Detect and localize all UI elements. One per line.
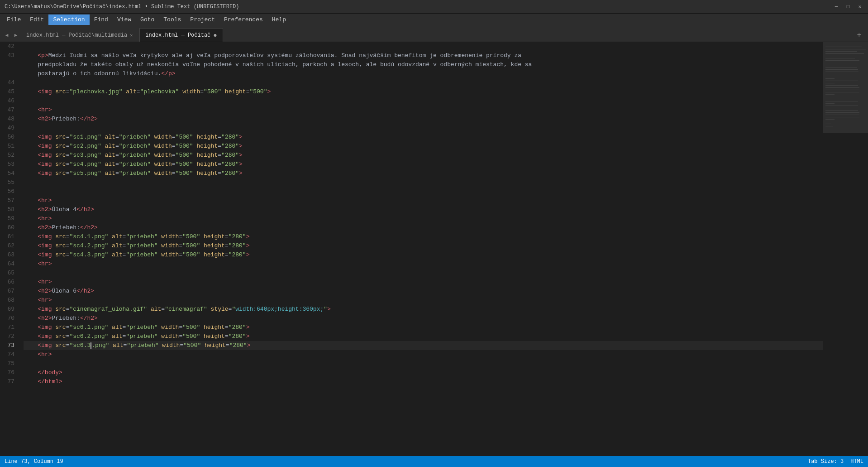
- tab-1-close[interactable]: ✕: [130, 33, 133, 38]
- code-line-54: <img src="sc5.png" alt="priebeh" width="…: [24, 169, 823, 178]
- tab-nav-next[interactable]: ▶: [11, 28, 20, 42]
- code-area[interactable]: <p>Medzi ľudmi sa našlo veľa krytykov al…: [19, 42, 823, 456]
- line-num-77: 77: [2, 377, 14, 386]
- line-num-45: 45: [2, 87, 14, 96]
- code-line-64: <hr>: [24, 260, 823, 269]
- code-line-46: [24, 96, 823, 106]
- line-num-51: 51: [2, 142, 14, 151]
- code-line-69: <img src="cinemagraf_uloha.gif" alt="cin…: [24, 305, 823, 314]
- code-line-52: <img src="sc3.png" alt="priebeh" width="…: [24, 151, 823, 160]
- svg-rect-8: [825, 65, 853, 65]
- svg-rect-10: [825, 69, 858, 70]
- code-line-44: [24, 78, 823, 87]
- tab-size[interactable]: Tab Size: 3: [808, 458, 844, 465]
- svg-rect-5: [825, 53, 864, 54]
- line-num-61: 61: [2, 232, 14, 241]
- line-num-72: 72: [2, 332, 14, 341]
- line-num-75: 75: [2, 359, 14, 368]
- svg-rect-22: [825, 101, 858, 101]
- line-num-46: 46: [2, 96, 14, 106]
- cursor-position: Line 73, Column 19: [5, 458, 63, 465]
- svg-rect-25: [825, 108, 866, 108]
- svg-rect-24: [825, 106, 858, 106]
- code-line-67: <h2>Úloha 6</h2>: [24, 287, 823, 296]
- line-num-62: 62: [2, 241, 14, 250]
- tab-2-dirty: ●: [213, 32, 217, 39]
- line-num-52: 52: [2, 151, 14, 160]
- file-encoding[interactable]: HTML: [850, 458, 863, 465]
- line-numbers: 42 43 44 45 46 47 48 49 50 51 52 53 54 5…: [0, 42, 19, 456]
- line-num-48: 48: [2, 115, 14, 124]
- svg-rect-27: [825, 112, 859, 113]
- maximize-button[interactable]: □: [844, 3, 852, 10]
- code-line-53: <img src="sc4.png" alt="priebeh" width="…: [24, 160, 823, 169]
- close-button[interactable]: ✕: [856, 3, 863, 10]
- line-num-66: 66: [2, 278, 14, 287]
- code-line-49: [24, 124, 823, 133]
- svg-rect-3: [825, 49, 866, 49]
- menu-project[interactable]: Project: [186, 14, 219, 25]
- line-num-50: 50: [2, 133, 14, 142]
- svg-rect-21: [825, 99, 835, 99]
- code-line-43b: predpokladu že takéto obaly už neskončia…: [24, 60, 823, 69]
- svg-rect-23: [825, 103, 835, 104]
- line-num-74: 74: [2, 350, 14, 359]
- svg-rect-18: [825, 90, 859, 90]
- svg-rect-4: [825, 51, 857, 52]
- menu-find[interactable]: Find: [90, 14, 113, 25]
- menu-tools[interactable]: Tools: [159, 14, 186, 25]
- menu-preferences[interactable]: Preferences: [219, 14, 267, 25]
- line-num-64: 64: [2, 260, 14, 269]
- line-num-58: 58: [2, 205, 14, 214]
- line-num-76: 76: [2, 368, 14, 377]
- tab-1[interactable]: index.html — Počítač\multimedia ✕: [20, 28, 138, 42]
- minimap[interactable]: [823, 42, 868, 456]
- line-num-54: 54: [2, 169, 14, 178]
- tab-nav-prev[interactable]: ◀: [2, 28, 11, 42]
- line-num-44: 44: [2, 78, 14, 87]
- code-line-65: [24, 269, 823, 278]
- code-line-58: <h2>Úloha 4</h2>: [24, 205, 823, 214]
- menu-help[interactable]: Help: [267, 14, 291, 25]
- svg-rect-6: [825, 58, 855, 58]
- code-line-66: <hr>: [24, 278, 823, 287]
- line-num-65: 65: [2, 269, 14, 278]
- svg-rect-15: [825, 83, 835, 83]
- svg-rect-16: [825, 85, 858, 86]
- code-line-56: [24, 187, 823, 196]
- line-num-55: 55: [2, 178, 14, 187]
- code-line-47: <hr>: [24, 106, 823, 115]
- new-tab-button[interactable]: +: [852, 29, 866, 42]
- code-line-71: <img src="sc6.1.png" alt="priebeh" width…: [24, 323, 823, 332]
- line-num-70: 70: [2, 314, 14, 323]
- code-line-74: <hr>: [24, 350, 823, 359]
- code-line-63: <img src="sc4.3.png" alt="priebeh" width…: [24, 250, 823, 260]
- minimize-button[interactable]: ─: [833, 3, 840, 10]
- tab-1-label: index.html — Počítač\multimedia: [26, 32, 127, 39]
- svg-rect-7: [825, 60, 859, 61]
- menu-goto[interactable]: Goto: [136, 14, 159, 25]
- line-num-60: 60: [2, 223, 14, 232]
- menu-selection[interactable]: Selection: [48, 14, 89, 25]
- line-num-73: 73: [2, 341, 14, 350]
- code-line-60: <h2>Priebeh:</h2>: [24, 223, 823, 232]
- code-line-43: <p>Medzi ľudmi sa našlo veľa krytykov al…: [24, 51, 823, 60]
- line-num-56: 56: [2, 187, 14, 196]
- svg-rect-17: [825, 87, 859, 88]
- code-line-43c: postarajú o ich odbornú likvidáciu.</p>: [24, 69, 823, 78]
- menu-edit[interactable]: Edit: [25, 14, 48, 25]
- menu-view[interactable]: View: [113, 14, 136, 25]
- svg-rect-12: [825, 74, 859, 74]
- svg-rect-30: [825, 119, 835, 120]
- status-left: Line 73, Column 19: [5, 458, 63, 465]
- line-num-43c: [2, 69, 14, 78]
- tab-2[interactable]: index.html — Počítač ●: [139, 28, 223, 42]
- editor-area: 42 43 44 45 46 47 48 49 50 51 52 53 54 5…: [0, 42, 868, 456]
- menu-file[interactable]: File: [2, 14, 25, 25]
- menubar: File Edit Selection Find View Goto Tools…: [0, 14, 868, 26]
- tabbar: ◀ ▶ index.html — Počítač\multimedia ✕ in…: [0, 26, 868, 42]
- code-line-50: <img src="sc1.png" alt="priebeh" width="…: [24, 133, 823, 142]
- svg-rect-26: [825, 110, 858, 111]
- code-line-68: <hr>: [24, 296, 823, 305]
- code-line-73: <img src="sc6.3.png" alt="priebeh" width…: [24, 341, 823, 350]
